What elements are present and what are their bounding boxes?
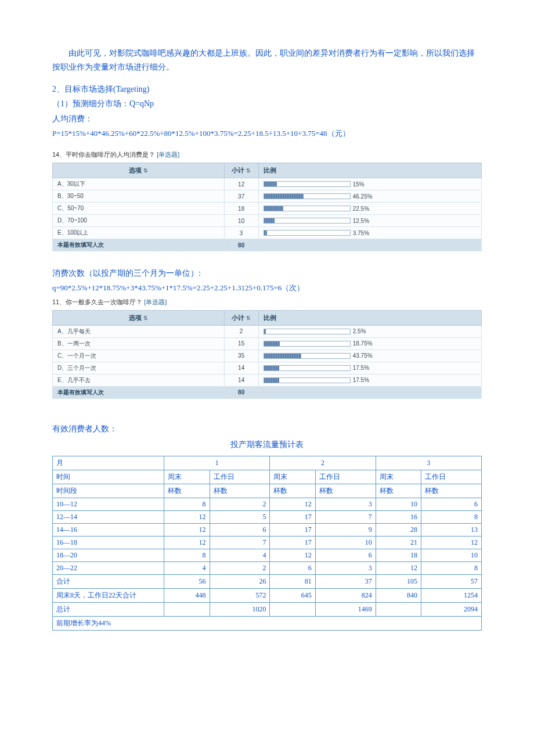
option-label: A、30以下 xyxy=(53,178,225,190)
cups-cell: 3 xyxy=(315,561,376,574)
survey-11-table: 选项 小计 比例 A、几乎每天 2 2.5% B、一周一次 15 xyxy=(52,310,482,399)
cups-cell: 17 xyxy=(270,523,315,536)
option-count: 10 xyxy=(224,215,258,227)
option-ratio: 22.5% xyxy=(258,203,481,215)
survey-14-block: 14、平时你去咖啡厅的人均消费是？ [单选题] 选项 小计 比例 A、30以下 … xyxy=(52,150,482,251)
cups: 杯数 xyxy=(164,484,210,498)
option-count: 14 xyxy=(224,374,258,386)
survey-row: D、70~100 10 12.5% xyxy=(53,215,482,227)
survey-14-footer: 本题有效填写人次 80 xyxy=(53,239,482,251)
month-1: 1 xyxy=(164,456,270,470)
blank xyxy=(376,602,421,616)
bar-outer xyxy=(264,377,351,383)
cups-cell: 8 xyxy=(164,498,210,510)
survey-14-title-text: 14、平时你去咖啡厅的人均消费是？ xyxy=(52,151,155,158)
consumers-heading: 有效消费者人数： xyxy=(52,422,482,436)
col-ratio: 比例 xyxy=(258,310,481,325)
cups-cell: 12 xyxy=(270,498,315,510)
freq-heading: 消费次数（以投产期的三个月为一单位）: xyxy=(52,267,482,280)
cups-cell: 8 xyxy=(421,510,482,523)
option-ratio: 12.5% xyxy=(258,215,481,227)
cups: 杯数 xyxy=(315,484,376,498)
sum-val: 57 xyxy=(421,574,482,588)
survey-row: C、50~70 18 22.5% xyxy=(53,203,482,215)
wk1: 周末 xyxy=(164,470,210,484)
option-ratio: 46.25% xyxy=(258,190,481,203)
intro-paragraph: 由此可见，对影院式咖啡吧感兴趣的大都是上班族。因此，职业间的差异对消费者行为有一… xyxy=(52,46,482,74)
flow-row-time: 时间 周末 工作日 周末 工作日 周末 工作日 xyxy=(53,470,482,484)
bar-outer xyxy=(264,206,351,211)
footer-count: 80 xyxy=(224,239,258,251)
freq-formula: q=90*2.5%+12*18.75%+3*43.75%+1*17.5%=2.2… xyxy=(52,282,482,294)
survey-11-type-link[interactable]: [单选题] xyxy=(144,298,167,305)
cups: 杯数 xyxy=(210,484,270,498)
cups-cell: 2 xyxy=(210,498,270,510)
cups-cell: 6 xyxy=(270,561,315,574)
option-count: 12 xyxy=(224,178,258,190)
cups-cell: 12 xyxy=(376,561,421,574)
option-label: A、几乎每天 xyxy=(53,325,225,337)
cups-cell: 4 xyxy=(164,561,210,574)
bar-label: 22.5% xyxy=(353,206,369,212)
flow-data-row: 18—20841261810 xyxy=(53,549,482,561)
flow-data-row: 12—14125177168 xyxy=(53,510,482,523)
cups-cell: 16 xyxy=(376,510,421,523)
flow-table-title: 投产期客流量预计表 xyxy=(52,440,482,450)
bar-outer xyxy=(264,218,351,224)
option-count: 15 xyxy=(224,337,258,350)
survey-14-title: 14、平时你去咖啡厅的人均消费是？ [单选题] xyxy=(52,150,482,159)
option-ratio: 15% xyxy=(258,178,481,190)
bar-outer xyxy=(264,353,351,359)
flow-data-body: 10—128212310612—1412517716814—1612617928… xyxy=(53,498,482,574)
time-label: 时间 xyxy=(53,470,164,484)
month-label: 月 xyxy=(53,456,164,470)
sum-val: 56 xyxy=(164,574,210,588)
cups-cell: 12 xyxy=(164,536,210,549)
growth-note: 前期增长率为44% xyxy=(53,616,482,630)
cups-cell: 10 xyxy=(421,549,482,561)
cups-cell: 21 xyxy=(376,536,421,549)
footer-label: 本题有效填写人次 xyxy=(53,386,225,398)
segment-label: 时间段 xyxy=(53,484,164,498)
bar-label: 17.5% xyxy=(353,377,369,383)
footer-label: 本题有效填写人次 xyxy=(53,239,225,251)
option-count: 35 xyxy=(224,350,258,362)
bar-inner xyxy=(264,231,268,235)
survey-14-type-link[interactable]: [单选题] xyxy=(157,151,179,158)
bar-label: 12.5% xyxy=(353,218,369,224)
col-count[interactable]: 小计 xyxy=(224,310,258,325)
flow-row-month: 月 1 2 3 xyxy=(53,456,482,470)
cups: 杯数 xyxy=(421,484,482,498)
col-option[interactable]: 选项 xyxy=(53,310,225,325)
option-ratio: 43.75% xyxy=(258,350,481,362)
segment-cell: 12—14 xyxy=(53,510,164,523)
bar-outer xyxy=(264,365,351,371)
option-ratio: 18.75% xyxy=(258,337,481,350)
flow-data-row: 10—1282123106 xyxy=(53,498,482,510)
cups-cell: 12 xyxy=(164,510,210,523)
survey-11-footer: 本题有效填写人次 80 xyxy=(53,386,482,398)
col-option[interactable]: 选项 xyxy=(53,163,225,178)
bar-outer xyxy=(264,341,351,347)
bar-outer xyxy=(264,193,351,199)
exp-val: 645 xyxy=(270,588,315,602)
exp-val: 840 xyxy=(376,588,421,602)
sum-val: 81 xyxy=(270,574,315,588)
cups-cell: 12 xyxy=(270,549,315,561)
survey-14-body: A、30以下 12 15% B、30~50 37 46.25% xyxy=(53,178,482,239)
option-ratio: 17.5% xyxy=(258,374,481,386)
wd1: 工作日 xyxy=(210,470,270,484)
bar-outer xyxy=(264,329,351,334)
flow-row-growth: 前期增长率为44% xyxy=(53,616,482,630)
cups-cell: 28 xyxy=(376,523,421,536)
survey-row: A、30以下 12 15% xyxy=(53,178,482,190)
option-label: C、50~70 xyxy=(53,203,225,215)
option-label: D、70~100 xyxy=(53,215,225,227)
col-count[interactable]: 小计 xyxy=(224,163,258,178)
sum-label: 合计 xyxy=(53,574,164,588)
option-label: B、30~50 xyxy=(53,190,225,203)
option-label: D、三个月一次 xyxy=(53,362,225,374)
option-label: B、一周一次 xyxy=(53,337,225,350)
bar-inner xyxy=(264,354,302,358)
bar-inner xyxy=(264,378,279,383)
